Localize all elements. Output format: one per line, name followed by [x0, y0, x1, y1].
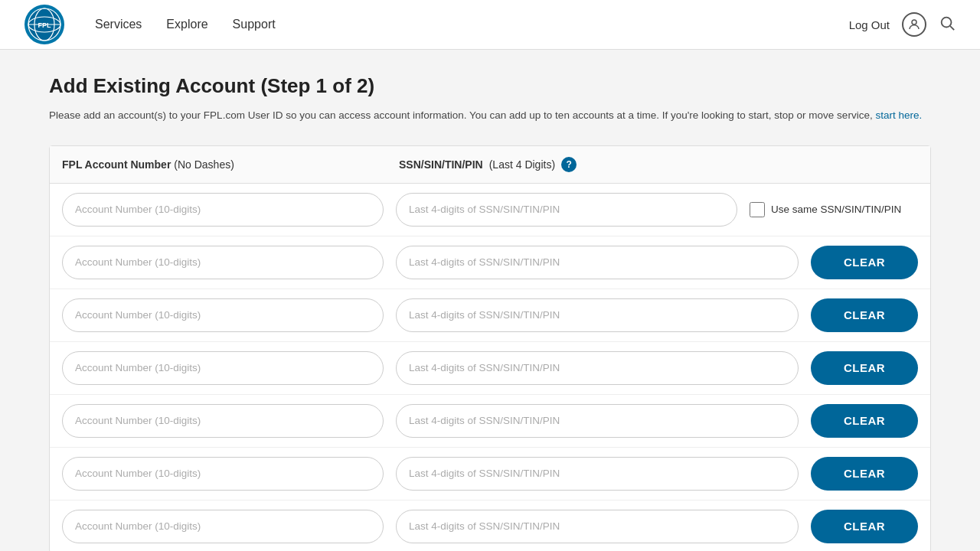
main-content: Add Existing Account (Step 1 of 2) Pleas… — [31, 50, 949, 551]
page-description: Please add an account(s) to your FPL.com… — [49, 107, 931, 124]
nav-item-support[interactable]: Support — [233, 15, 276, 34]
account-number-input-6[interactable] — [62, 457, 384, 491]
account-input-wrapper-6 — [62, 457, 384, 491]
main-nav: Services Explore Support — [95, 15, 849, 34]
header-right: Log Out — [849, 12, 956, 37]
account-input-wrapper-3 — [62, 298, 384, 332]
description-text: Please add an account(s) to your FPL.com… — [49, 109, 875, 121]
col-ssn-suffix: (Last 4 Digits) — [489, 158, 555, 171]
account-input-wrapper-7 — [62, 510, 384, 543]
search-icon[interactable] — [939, 15, 956, 35]
account-input-wrapper-1 — [62, 193, 384, 227]
ssn-input-wrapper-5 — [396, 404, 799, 438]
ssn-input-4[interactable] — [396, 351, 799, 385]
same-ssn-checkbox-wrapper: Use same SSN/SIN/TIN/PIN — [750, 202, 901, 217]
user-profile-icon[interactable] — [902, 12, 926, 37]
nav-item-services[interactable]: Services — [95, 15, 142, 34]
same-ssn-checkbox[interactable] — [750, 202, 765, 217]
logo-area: FPL — [24, 5, 64, 44]
page-title: Add Existing Account (Step 1 of 2) — [49, 74, 931, 98]
logout-button[interactable]: Log Out — [849, 18, 890, 31]
ssn-input-1[interactable] — [396, 193, 737, 227]
svg-point-8 — [942, 17, 952, 27]
clear-button-5[interactable]: CLEAR — [811, 404, 918, 438]
ssn-input-5[interactable] — [396, 404, 799, 438]
nav-item-explore[interactable]: Explore — [166, 15, 207, 34]
ssn-input-wrapper-6 — [396, 457, 799, 491]
first-row-right: Use same SSN/SIN/TIN/PIN — [750, 202, 918, 217]
svg-line-9 — [950, 26, 954, 30]
ssn-input-wrapper-2 — [396, 246, 799, 279]
form-header-row: FPL Account Number (No Dashes) SSN/SIN/T… — [50, 146, 930, 184]
clear-button-6[interactable]: CLEAR — [811, 457, 918, 491]
form-row-4: CLEAR — [50, 342, 930, 395]
same-ssn-label[interactable]: Use same SSN/SIN/TIN/PIN — [771, 204, 901, 215]
account-number-input-1[interactable] — [62, 193, 384, 227]
clear-button-7[interactable]: CLEAR — [811, 510, 918, 543]
svg-text:FPL: FPL — [38, 21, 52, 29]
ssn-input-wrapper-3 — [396, 298, 799, 332]
ssn-help-icon[interactable]: ? — [561, 157, 577, 172]
header: FPL Services Explore Support Log Out — [0, 0, 980, 50]
col-ssn-label: SSN/SIN/TIN/PIN — [399, 158, 483, 171]
form-row-2: CLEAR — [50, 236, 930, 289]
column-header-ssn: SSN/SIN/TIN/PIN (Last 4 Digits) ? — [399, 157, 918, 172]
account-input-wrapper-4 — [62, 351, 384, 385]
account-input-wrapper-2 — [62, 246, 384, 279]
col-account-suffix: (No Dashes) — [171, 158, 234, 171]
clear-button-4[interactable]: CLEAR — [811, 351, 918, 385]
form-row-7: CLEAR — [50, 500, 930, 551]
clear-button-2[interactable]: CLEAR — [811, 246, 918, 279]
account-number-input-7[interactable] — [62, 510, 384, 543]
fpl-logo[interactable]: FPL — [24, 5, 64, 44]
ssn-input-7[interactable] — [396, 510, 799, 543]
account-number-input-3[interactable] — [62, 298, 384, 332]
clear-button-3[interactable]: CLEAR — [811, 298, 918, 332]
ssn-input-6[interactable] — [396, 457, 799, 491]
ssn-input-wrapper-1 — [396, 193, 737, 227]
ssn-input-3[interactable] — [396, 298, 799, 332]
account-number-input-2[interactable] — [62, 246, 384, 279]
form-row-3: CLEAR — [50, 289, 930, 342]
form-row-1: Use same SSN/SIN/TIN/PIN — [50, 184, 930, 236]
account-input-wrapper-5 — [62, 404, 384, 438]
start-here-link[interactable]: start here. — [875, 109, 922, 121]
ssn-input-2[interactable] — [396, 246, 799, 279]
account-number-input-5[interactable] — [62, 404, 384, 438]
form-table: FPL Account Number (No Dashes) SSN/SIN/T… — [49, 145, 931, 551]
ssn-input-wrapper-4 — [396, 351, 799, 385]
account-number-input-4[interactable] — [62, 351, 384, 385]
svg-point-7 — [912, 20, 916, 24]
form-row-6: CLEAR — [50, 448, 930, 500]
column-header-account: FPL Account Number (No Dashes) — [62, 158, 399, 171]
ssn-input-wrapper-7 — [396, 510, 799, 543]
col-account-label: FPL Account Number — [62, 158, 171, 171]
form-row-5: CLEAR — [50, 395, 930, 448]
